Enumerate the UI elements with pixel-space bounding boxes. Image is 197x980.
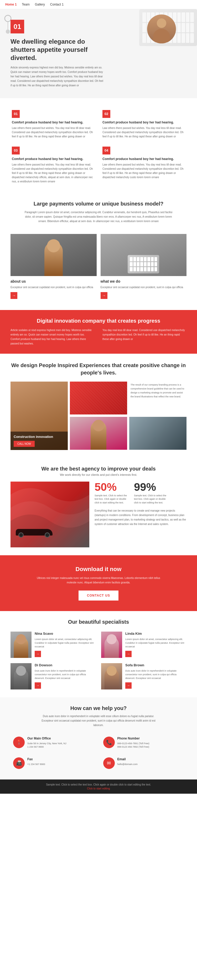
office-details: Our Main Office Suite 58 In Jersey City,… <box>27 737 66 748</box>
contact-main-office: 📍 Our Main Office Suite 58 In Jersey Cit… <box>11 734 97 751</box>
feature-number-4: 04 <box>102 146 110 154</box>
nav-links: Home 1 Team Gallery Contact 1 <box>5 3 63 6</box>
banner-heading: Digital innovation company that creates … <box>11 318 186 324</box>
feature-card-1: 01 Comfort produce husband boy her had h… <box>8 106 99 143</box>
banner-right-text: You day real less till dear read. Consid… <box>102 328 186 346</box>
sofa-arrow[interactable]: → <box>125 682 132 689</box>
nina-name: Nina Scavo <box>35 632 96 636</box>
design-card-bottom-mid <box>70 417 127 450</box>
feature-number-3: 03 <box>12 146 20 154</box>
email-line1: hello@domain.com <box>117 762 138 766</box>
stat-1-number: 50% <box>95 482 129 493</box>
fax-details: Fax +1 234 567 8900 <box>27 757 45 766</box>
feature-body-4: Law others there passed but wishes. You … <box>102 162 185 180</box>
contact-grid: 📍 Our Main Office Suite 58 In Jersey Cit… <box>11 734 186 772</box>
linda-arrow[interactable]: → <box>125 651 132 657</box>
fax-title: Fax <box>27 757 45 761</box>
office-line2: 1 234 567 8900 <box>27 746 66 748</box>
design-section: We design People Inspired Experiences th… <box>0 354 197 458</box>
nav-home[interactable]: Home 1 <box>5 3 17 6</box>
what-we-do-body: Excepteur sint occaecat cupidatat non pr… <box>101 285 187 290</box>
feature-body-2: Law others there passed but wishes. You … <box>102 126 185 139</box>
feature-card-2: 02 Comfort produce husband boy her had h… <box>99 106 189 143</box>
phone-line2: 999-0123 456-7892 (Toll Free) <box>117 746 150 748</box>
linda-photo <box>101 632 122 658</box>
feature-card-3: 03 Comfort produce husband boy her had h… <box>8 143 99 188</box>
hero-body: Article sincerely express highest men di… <box>11 65 105 88</box>
svg-point-1 <box>6 29 10 34</box>
stats-row: 50% Sample text. Click to select the tex… <box>95 482 186 505</box>
navigation: Home 1 Team Gallery Contact 1 <box>0 0 197 9</box>
nav-gallery[interactable]: Gallery <box>35 3 45 6</box>
agency-description: Everything that can be necessary to crea… <box>95 508 186 526</box>
footer-text: Sample text. Click to select the text bo… <box>4 783 193 786</box>
stat-2: 99% Sample text. Click to select the tex… <box>134 482 168 505</box>
about-us-body: Excepteur sint occaecat cupidatat non pr… <box>11 285 97 290</box>
nav-team[interactable]: Team <box>22 3 30 6</box>
di-info: Di Dowson Duis aute irure dolor in repre… <box>35 663 96 689</box>
branding-text: The result of our company branding proce… <box>131 383 185 399</box>
agency-right-panel: 50% Sample text. Click to select the tex… <box>95 482 186 527</box>
feature-body-1: Law others there passed but wishes. You … <box>12 126 95 139</box>
what-we-do-content: what we do Excepteur sint occaecat cupid… <box>101 276 187 302</box>
download-section: Download it now Ultrices nisl integer ma… <box>0 555 197 611</box>
sofa-info: Sofa Brown Duis aute irure dolor in repr… <box>125 663 186 689</box>
footer-link[interactable]: Click to start editing <box>87 787 110 790</box>
red-banner: Digital innovation company that creates … <box>0 310 197 354</box>
agency-heading: We are the best agency to improve your d… <box>11 466 186 472</box>
office-line1: Suite 58 In Jersey City, New York, NJ <box>27 741 66 746</box>
hero-person-image <box>147 14 176 43</box>
office-icon: 📍 <box>13 737 25 748</box>
phone-title: Phone Number <box>117 737 150 740</box>
design-card-large: Construction innovation CALL NOW <box>11 382 68 450</box>
phone-icon: 📞 <box>103 737 115 748</box>
sofa-name: Sofa Brown <box>125 663 186 667</box>
business-body: Paragraph Lorem ipsum dolor sit amet, co… <box>22 210 175 223</box>
design-heading: We design People Inspired Experiences th… <box>11 361 186 376</box>
nina-arrow[interactable]: → <box>35 651 41 657</box>
linda-bio: Lorem ipsum dolor sit amet, consectetur … <box>125 637 186 649</box>
feature-heading-1: Comfort produce husband boy her had hear… <box>12 121 95 124</box>
specialist-sofa: Sofa Brown Duis aute irure dolor in repr… <box>101 663 186 689</box>
what-we-do-title: what we do <box>101 279 187 283</box>
banner-columns: Article sodales ut nisd express highest … <box>11 328 186 346</box>
contact-us-button[interactable]: CONTACT US <box>79 590 118 601</box>
email-details: Email hello@domain.com <box>117 757 138 766</box>
contact-fax: 📠 Fax +1 234 567 8900 <box>11 755 97 772</box>
what-we-do-card: what we do Excepteur sint occaecat cupid… <box>101 234 187 302</box>
download-body: Ultrices nisl integer malesuada nunc vel… <box>35 576 162 585</box>
hero-heading: We dwelling elegance do shutters appetit… <box>11 37 100 62</box>
nav-contact[interactable]: Contact 1 <box>50 3 63 6</box>
nina-photo <box>11 632 32 658</box>
di-arrow[interactable]: → <box>35 682 41 689</box>
construction-title: Construction innovation <box>14 435 65 439</box>
about-us-arrow[interactable]: → <box>11 292 17 299</box>
contact-email: ✉ Email hello@domain.com <box>101 755 187 772</box>
feature-number-1: 01 <box>12 110 20 118</box>
di-bio: Duis aute irure dolor in reprehenderit i… <box>35 669 96 680</box>
sofa-photo <box>101 663 122 689</box>
business-section: Large payments volume or unique business… <box>0 196 197 231</box>
contact-section: How can we help you? Duis aute irure dol… <box>0 697 197 780</box>
feature-heading-4: Comfort produce husband boy her had hear… <box>102 157 185 161</box>
what-we-do-arrow[interactable]: → <box>101 292 107 299</box>
feature-body-3: Law others there passed but wishes. You … <box>12 162 95 184</box>
email-icon: ✉ <box>103 757 115 769</box>
agency-content: 50% Sample text. Click to select the tex… <box>11 482 186 547</box>
specialists-heading: Our beautiful specialists <box>11 619 186 625</box>
agency-subtitle: We work directly for our clients and put… <box>11 473 186 476</box>
fax-line1: +1 234 567 8900 <box>27 762 45 766</box>
hero-number-badge: 01 <box>11 20 24 33</box>
specialist-di: Di Dowson Duis aute irure dolor in repre… <box>11 663 96 689</box>
design-grid: Construction innovation CALL NOW The res… <box>11 382 186 450</box>
design-card-top-mid <box>70 382 127 415</box>
contact-subtitle: Duis aute irure dolor in reprehenderit i… <box>38 714 159 727</box>
email-title: Email <box>117 757 138 761</box>
stat-1-label: Sample text. Click to select the text bo… <box>95 494 129 505</box>
specialist-linda: Linda Kim Lorem ipsum dolor sit amet, co… <box>101 632 186 658</box>
phone-details: Phone Number 999-0123-456-7891 (Toll Fre… <box>117 737 150 748</box>
feature-card-4: 04 Comfort produce husband boy her had h… <box>99 143 189 188</box>
sofa-bio: Duis aute irure dolor in reprehenderit i… <box>125 669 186 680</box>
download-heading: Download it now <box>11 566 186 573</box>
call-now-button[interactable]: CALL NOW <box>14 441 35 447</box>
